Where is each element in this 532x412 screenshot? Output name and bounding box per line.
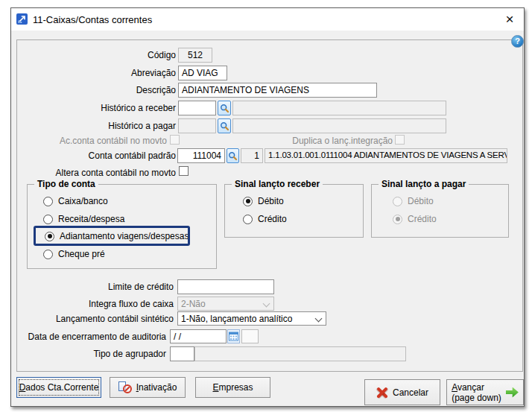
- chevron-down-icon: [315, 315, 323, 323]
- conta-contabil-search-button[interactable]: [227, 148, 239, 163]
- radio-adiantamento-viagens[interactable]: Adiantamento viagens/despesas: [45, 231, 189, 241]
- screen: 11-Caixas/Contas correntes × ? Código 51…: [0, 0, 532, 412]
- historico-receber-desc-field: [232, 101, 446, 115]
- radio-icon: [43, 250, 53, 259]
- radio-label: Receita/despesa: [58, 214, 124, 224]
- conta-contabil-code-field[interactable]: 111004: [177, 148, 225, 163]
- ac-conta-checkbox: [170, 135, 180, 145]
- tipo-agrupador-desc-field: [194, 346, 406, 361]
- tipo-agrupador-label: Tipo de agrupador: [93, 349, 166, 359]
- abreviacao-field[interactable]: AD VIAG: [178, 66, 227, 80]
- historico-receber-code-field[interactable]: [178, 101, 216, 115]
- button-label: Inativação: [136, 382, 177, 393]
- integra-fluxo-select: 2-Não: [177, 297, 274, 311]
- magnifier-icon: [220, 121, 229, 131]
- button-label: Empresas: [212, 382, 253, 393]
- radio-receber-credito[interactable]: Crédito: [243, 214, 287, 224]
- cancel-x-icon: [376, 387, 388, 398]
- sinal-receber-groupbox: [224, 184, 364, 238]
- conta-contabil-empresa-field: 1: [241, 148, 263, 163]
- advance-arrow-icon: [506, 387, 519, 398]
- calendar-icon: [229, 332, 238, 341]
- inativacao-button[interactable]: Inativação: [110, 377, 186, 398]
- data-auditoria-extra-field: [241, 329, 259, 343]
- duplica-label: Duplica o lanç.integração: [292, 136, 393, 146]
- button-label: Avançar (page down): [452, 382, 501, 403]
- button-label: Dados Cta.Corrente: [19, 382, 99, 393]
- radio-label: Crédito: [258, 214, 287, 224]
- radio-icon: [45, 232, 54, 241]
- title-bar: 11-Caixas/Contas correntes ×: [11, 8, 524, 31]
- radio-icon: [393, 197, 402, 206]
- radio-label: Cheque pré: [58, 249, 105, 259]
- sinal-receber-title: Sinal lançto receber: [232, 179, 323, 189]
- tipo-conta-title: Tipo de conta: [34, 179, 98, 189]
- radio-pagar-debito: Débito: [393, 196, 434, 206]
- window-title: 11-Caixas/Contas correntes: [33, 14, 152, 25]
- app-icon: [16, 13, 28, 25]
- historico-pagar-label: Histórico a pagar: [108, 121, 176, 131]
- conta-contabil-label: Conta contábil padrão: [89, 150, 176, 161]
- radio-receber-debito[interactable]: Débito: [243, 196, 284, 206]
- descricao-label: Descrição: [136, 85, 176, 95]
- historico-pagar-search-button[interactable]: [218, 118, 231, 133]
- radio-icon: [243, 197, 253, 206]
- integra-fluxo-value: 2-Não: [181, 299, 206, 309]
- empresas-button[interactable]: Empresas: [195, 377, 270, 398]
- radio-label: Débito: [258, 196, 284, 206]
- codigo-label: Código: [148, 50, 176, 60]
- tipo-agrupador-code-field[interactable]: [170, 346, 194, 361]
- inactivate-icon: [118, 381, 132, 393]
- radio-icon: [43, 215, 53, 224]
- radio-label: Débito: [408, 196, 434, 206]
- altera-conta-checkbox[interactable]: [179, 166, 189, 176]
- calendar-button[interactable]: [227, 329, 240, 343]
- radio-icon: [393, 215, 402, 224]
- magnifier-icon: [228, 151, 238, 161]
- duplica-checkbox: [395, 135, 405, 145]
- descricao-field[interactable]: ADIANTAMENTO DE VIAGENS: [178, 83, 377, 98]
- radio-label: Crédito: [408, 214, 437, 224]
- dialog-window: 11-Caixas/Contas correntes × ? Código 51…: [10, 7, 525, 407]
- help-icon[interactable]: ?: [511, 35, 524, 48]
- data-auditoria-label: Data de encerramento de auditoria: [28, 332, 166, 342]
- radio-receita-despesa[interactable]: Receita/despesa: [43, 214, 124, 224]
- close-icon[interactable]: ×: [495, 8, 524, 31]
- radio-label: Caixa/banco: [58, 196, 108, 206]
- historico-pagar-desc-field: [232, 118, 446, 133]
- button-label: Cancelar: [393, 387, 428, 398]
- cancelar-button[interactable]: Cancelar: [364, 379, 440, 405]
- data-auditoria-field[interactable]: / /: [170, 329, 227, 343]
- radio-icon: [43, 197, 53, 206]
- sinal-pagar-groupbox: [371, 184, 509, 238]
- lancamento-select[interactable]: 1-Não, lançamento analítico: [177, 311, 326, 326]
- lancamento-label: Lançamento contábil sintético: [56, 314, 174, 324]
- historico-pagar-code-field: [178, 118, 216, 133]
- historico-receber-search-button[interactable]: [218, 101, 231, 115]
- chevron-down-icon: [263, 300, 270, 308]
- codigo-field: 512: [178, 48, 212, 63]
- magnifier-icon: [220, 104, 229, 113]
- limite-field[interactable]: [177, 279, 274, 294]
- integra-fluxo-label: Integra fluxo de caixa: [89, 299, 174, 309]
- radio-pagar-credito: Crédito: [393, 214, 437, 224]
- radio-icon: [243, 215, 253, 224]
- radio-label: Adiantamento viagens/despesas: [60, 231, 189, 241]
- lancamento-value: 1-Não, lançamento analítico: [181, 314, 292, 324]
- conta-contabil-desc-field: 1.1.03.01.001.0111004 ADIANTAMENTOS DE V…: [265, 148, 507, 163]
- altera-conta-label: Altera conta contábil no movto: [56, 168, 176, 178]
- limite-label: Limite de crédito: [108, 282, 174, 292]
- radio-cheque-pre[interactable]: Cheque pré: [43, 249, 105, 259]
- historico-receber-label: Histórico a receber: [101, 103, 176, 113]
- abreviacao-label: Abreviação: [131, 68, 176, 78]
- dados-cta-corrente-button[interactable]: Dados Cta.Corrente: [16, 377, 101, 398]
- radio-caixa-banco[interactable]: Caixa/banco: [43, 196, 108, 206]
- ac-conta-label: Ac.conta contábil no movto: [60, 136, 167, 146]
- avancar-button[interactable]: Avançar (page down): [446, 379, 524, 405]
- sinal-pagar-title: Sinal lançto a pagar: [379, 179, 469, 189]
